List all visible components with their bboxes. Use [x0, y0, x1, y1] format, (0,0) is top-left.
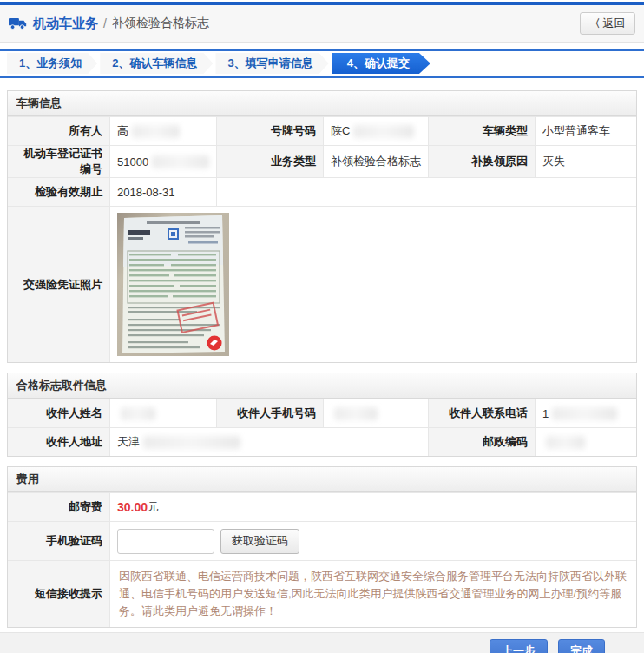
table-row: 所有人 高 号牌号码 陕C 车辆类型 小型普通客车: [8, 116, 636, 145]
business-type-label: 业务类型: [216, 146, 323, 177]
pickup-info-title: 合格标志取件信息: [8, 373, 636, 399]
valid-until-label: 检验有效期止: [8, 178, 109, 206]
redaction-blur: [132, 125, 180, 138]
business-type-value: 补领检验合格标志: [323, 146, 428, 177]
postage-amount: 30.00: [117, 500, 148, 514]
footer-actions: 上一步 完成: [0, 632, 644, 653]
redaction-blur: [121, 407, 155, 420]
vehicle-type-label: 车辆类型: [428, 117, 535, 145]
recipient-address-label: 收件人地址: [8, 428, 109, 456]
vehicle-type-value: 小型普通客车: [535, 117, 636, 145]
back-button[interactable]: 〈 返回: [580, 12, 635, 35]
tab-step-3[interactable]: 3、填写申请信息: [215, 53, 328, 74]
prev-step-button[interactable]: 上一步: [490, 639, 548, 653]
table-row: 短信接收提示 因陕西省联通、电信运营商技术问题，陕西省互联网交通安全综合服务管理…: [8, 560, 636, 627]
vehicle-info-section: 车辆信息 所有人 高 号牌号码 陕C 车辆类型 小型普通客车 机动车登记证书编号…: [7, 90, 637, 363]
recipient-name-label: 收件人姓名: [8, 399, 109, 427]
reason-label: 补换领原因: [428, 146, 535, 177]
recipient-mobile-label: 收件人手机号码: [216, 399, 323, 427]
breadcrumb-page: 补领检验合格标志: [112, 16, 209, 31]
postage-value: 30.00 元: [109, 493, 636, 521]
recipient-address-value: 天津: [109, 428, 428, 456]
tab-step-1[interactable]: 1、业务须知: [7, 53, 97, 74]
insurance-photo: [117, 213, 229, 356]
table-row: 交强险凭证照片: [8, 206, 636, 362]
sms-hint-text: 因陕西省联通、电信运营商技术问题，陕西省互联网交通安全综合服务管理平台无法向持陕…: [119, 568, 628, 620]
redaction-blur: [152, 155, 209, 168]
breadcrumb: 机动车业务 / 补领检验合格标志: [9, 16, 209, 32]
vehicle-info-title: 车辆信息: [8, 91, 636, 116]
pickup-info-section: 合格标志取件信息 收件人姓名 收件人手机号码 收件人联系电话 1 收件人地址 天…: [7, 373, 637, 457]
breadcrumb-separator: /: [103, 16, 107, 30]
valid-until-value: 2018-08-31: [109, 178, 216, 206]
owner-value: 高: [109, 117, 216, 145]
fee-section: 费用 邮寄费 30.00 元 手机验证码 获取验证码 短信接收提示 因陕西省联通…: [7, 466, 637, 628]
fee-title: 费用: [8, 467, 636, 492]
table-row: 手机验证码 获取验证码: [8, 521, 636, 560]
postage-unit: 元: [148, 499, 159, 515]
cert-number-label: 机动车登记证书编号: [8, 146, 109, 177]
tab-step-4-active[interactable]: 4、确认提交: [332, 53, 430, 74]
sms-hint-cell: 因陕西省联通、电信运营商技术问题，陕西省互联网交通安全综合服务管理平台无法向持陕…: [109, 561, 636, 627]
insurance-photo-label: 交强险凭证照片: [8, 207, 109, 362]
page-header: 机动车业务 / 补领检验合格标志 〈 返回: [0, 5, 644, 43]
reason-value: 灭失: [535, 146, 636, 177]
insurance-photo-cell: [109, 207, 636, 362]
redaction-blur: [552, 407, 617, 420]
redaction-blur: [546, 436, 585, 449]
get-code-button[interactable]: 获取验证码: [220, 529, 299, 554]
redaction-blur: [334, 407, 378, 420]
table-row: 检验有效期止 2018-08-31: [8, 177, 636, 206]
step-tabs: 1、业务须知 2、确认车辆信息 3、填写申请信息 4、确认提交: [0, 49, 644, 78]
owner-label: 所有人: [8, 117, 109, 145]
recipient-tel-value: 1: [535, 399, 636, 427]
table-row: 收件人姓名 收件人手机号码 收件人联系电话 1: [8, 399, 636, 427]
truck-icon: [9, 16, 28, 30]
plate-value: 陕C: [323, 117, 428, 145]
finish-button[interactable]: 完成: [558, 639, 605, 653]
empty-cell: [216, 178, 636, 206]
chevron-left-icon: 〈: [590, 16, 601, 31]
redaction-blur: [353, 125, 414, 138]
sms-code-cell: 获取验证码: [109, 522, 636, 560]
tab-step-2[interactable]: 2、确认车辆信息: [100, 53, 213, 74]
table-row: 收件人地址 天津 邮政编码: [8, 427, 636, 456]
plate-label: 号牌号码: [216, 117, 323, 145]
sms-hint-label: 短信接收提示: [8, 561, 109, 627]
recipient-tel-label: 收件人联系电话: [428, 399, 535, 427]
sms-code-label: 手机验证码: [8, 522, 109, 560]
breadcrumb-section: 机动车业务: [33, 16, 98, 32]
recipient-mobile-value: [323, 399, 428, 427]
back-button-label: 返回: [603, 16, 626, 31]
sms-code-input[interactable]: [117, 529, 214, 554]
redaction-blur: [143, 436, 240, 449]
zip-code-value: [535, 428, 636, 456]
cert-number-value: 51000: [109, 146, 216, 177]
postage-label: 邮寄费: [8, 493, 109, 521]
recipient-name-value: [109, 399, 216, 427]
table-row: 机动车登记证书编号 51000 业务类型 补领检验合格标志 补换领原因 灭失: [8, 145, 636, 177]
table-row: 邮寄费 30.00 元: [8, 492, 636, 521]
zip-code-label: 邮政编码: [428, 428, 535, 456]
